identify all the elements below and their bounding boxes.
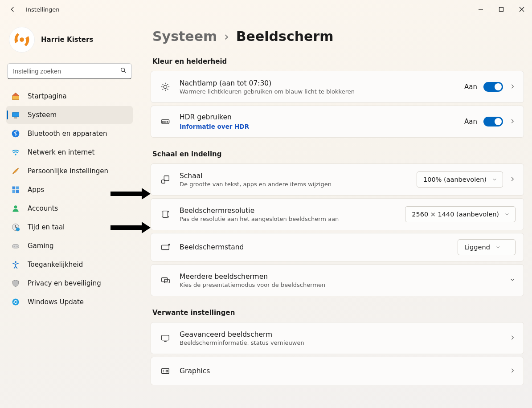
section-heading-related: Verwante instellingen bbox=[151, 306, 524, 322]
chevron-right-icon: › bbox=[224, 30, 229, 43]
profile-block[interactable]: Harrie Kisters bbox=[6, 22, 135, 61]
hdr-toggle[interactable] bbox=[483, 117, 503, 126]
svg-rect-8 bbox=[12, 187, 16, 190]
orientation-icon bbox=[159, 242, 172, 252]
breadcrumb-level2: Beeldscherm bbox=[236, 29, 334, 44]
search-input[interactable] bbox=[13, 68, 120, 75]
sidebar-item-systeem[interactable]: Systeem bbox=[6, 106, 133, 124]
row-subtitle: De grootte van tekst, apps en andere ite… bbox=[180, 181, 417, 188]
row-title: Meerdere beeldschermen bbox=[180, 273, 509, 281]
sidebar-item-label: Tijd en taal bbox=[28, 223, 65, 231]
sidebar-item-windows-update[interactable]: Windows Update bbox=[6, 293, 133, 311]
chevron-right-icon bbox=[509, 367, 516, 375]
sidebar-item-toegankelijkheid[interactable]: Toegankelijkheid bbox=[6, 256, 133, 273]
chevron-right-icon bbox=[509, 334, 516, 343]
card-graphics[interactable]: Graphics bbox=[151, 357, 524, 385]
card-orientatie[interactable]: Beeldschermstand Liggend bbox=[151, 233, 524, 261]
brush-icon bbox=[11, 166, 20, 176]
multi-display-icon bbox=[159, 275, 172, 285]
chevron-down-icon bbox=[492, 177, 497, 182]
card-resolutie[interactable]: Beeldschermresolutie Pas de resolutie aa… bbox=[151, 198, 524, 230]
bluetooth-icon bbox=[11, 129, 20, 139]
row-title: Beeldschermresolutie bbox=[180, 207, 405, 215]
sidebar-item-personalisatie[interactable]: Persoonlijke instellingen bbox=[6, 162, 133, 180]
window-maximize-button[interactable] bbox=[491, 1, 512, 17]
advanced-display-icon bbox=[159, 333, 172, 343]
chevron-right-icon bbox=[509, 83, 516, 91]
select-value: 2560 × 1440 (aanbevolen) bbox=[412, 211, 499, 218]
svg-point-18 bbox=[15, 261, 16, 263]
orientation-select[interactable]: Liggend bbox=[458, 239, 516, 255]
chevron-down-icon bbox=[509, 276, 516, 285]
apps-icon bbox=[11, 185, 20, 195]
sidebar-item-netwerk[interactable]: Netwerk en internet bbox=[6, 143, 133, 161]
nightlight-toggle[interactable] bbox=[483, 82, 503, 92]
sidebar-item-bluetooth[interactable]: Bluetooth en apparaten bbox=[6, 125, 133, 143]
card-nightlight[interactable]: Nachtlamp (aan tot 07:30) Warmere lichtk… bbox=[151, 71, 524, 103]
row-subtitle: Kies de presentatiemodus voor de beeldsc… bbox=[180, 282, 509, 288]
svg-point-17 bbox=[16, 246, 17, 247]
scale-icon bbox=[159, 175, 172, 184]
section-heading-scale: Schaal en indeling bbox=[151, 147, 524, 163]
accounts-icon bbox=[11, 204, 20, 213]
chevron-right-icon bbox=[509, 118, 516, 126]
sidebar-item-tijd-taal[interactable]: Tijd en taal bbox=[6, 218, 133, 236]
row-subtitle: Pas de resolutie aan het aangesloten bee… bbox=[180, 216, 405, 222]
svg-rect-9 bbox=[16, 187, 19, 190]
scale-select[interactable]: 100% (aanbevolen) bbox=[417, 171, 503, 188]
row-subtitle: Warmere lichtkleuren gebruiken om blauw … bbox=[180, 88, 464, 95]
card-geavanceerd-beeldscherm[interactable]: Geavanceerd beeldscherm Beeldscherminfor… bbox=[151, 322, 524, 354]
sidebar-item-label: Startpagina bbox=[28, 92, 67, 100]
avatar bbox=[9, 27, 35, 53]
svg-rect-5 bbox=[14, 118, 17, 118]
graphics-icon bbox=[159, 366, 172, 376]
wifi-icon bbox=[11, 147, 20, 157]
home-icon bbox=[11, 91, 20, 101]
breadcrumb: Systeem › Beeldscherm bbox=[151, 22, 524, 55]
search-box[interactable] bbox=[7, 63, 132, 79]
row-subtitle: Beeldscherminformatie, status vernieuwen bbox=[180, 339, 509, 346]
svg-rect-25 bbox=[163, 211, 168, 218]
row-title: HDR gebruiken bbox=[180, 113, 464, 121]
svg-rect-0 bbox=[499, 8, 503, 12]
toggle-status: Aan bbox=[464, 83, 477, 91]
svg-point-7 bbox=[15, 154, 16, 155]
sidebar-item-apps[interactable]: Apps bbox=[6, 181, 133, 199]
sidebar-item-label: Windows Update bbox=[28, 298, 84, 306]
svg-rect-26 bbox=[162, 245, 169, 249]
svg-rect-28 bbox=[164, 279, 169, 283]
nightlight-icon bbox=[159, 82, 172, 92]
svg-point-31 bbox=[166, 370, 168, 372]
card-schaal[interactable]: Schaal De grootte van tekst, apps en and… bbox=[151, 163, 524, 196]
breadcrumb-level1[interactable]: Systeem bbox=[152, 29, 217, 44]
resolution-select[interactable]: 2560 × 1440 (aanbevolen) bbox=[405, 206, 516, 222]
sidebar-item-label: Persoonlijke instellingen bbox=[28, 167, 108, 175]
card-hdr[interactable]: HDR HDR gebruiken Informatie over HDR Aa… bbox=[151, 106, 524, 138]
sidebar-item-label: Privacy en beveiliging bbox=[28, 279, 101, 287]
sidebar-item-label: Netwerk en internet bbox=[28, 148, 94, 156]
window-minimize-button[interactable] bbox=[471, 1, 491, 17]
sidebar-item-privacy[interactable]: Privacy en beveiliging bbox=[6, 274, 133, 292]
sidebar-item-label: Systeem bbox=[28, 111, 57, 119]
row-title: Beeldschermstand bbox=[180, 243, 458, 251]
profile-name: Harrie Kisters bbox=[41, 36, 93, 44]
back-button[interactable] bbox=[4, 1, 21, 17]
svg-rect-15 bbox=[12, 245, 19, 248]
hdr-info-link[interactable]: Informatie over HDR bbox=[180, 123, 464, 130]
sidebar-item-label: Toegankelijkheid bbox=[28, 261, 83, 269]
resolution-icon bbox=[159, 209, 172, 219]
svg-point-12 bbox=[14, 205, 17, 208]
sidebar-item-gaming[interactable]: Gaming bbox=[6, 237, 133, 255]
window-close-button[interactable] bbox=[512, 1, 532, 17]
card-meerdere-beeldschermen[interactable]: Meerdere beeldschermen Kies de presentat… bbox=[151, 264, 524, 296]
svg-rect-29 bbox=[162, 335, 169, 340]
select-value: 100% (aanbevolen) bbox=[423, 176, 487, 183]
time-language-icon bbox=[11, 222, 20, 232]
shield-icon bbox=[11, 278, 20, 288]
svg-rect-11 bbox=[16, 190, 19, 193]
chevron-down-icon bbox=[495, 245, 501, 250]
svg-rect-4 bbox=[12, 112, 19, 117]
sidebar-item-startpagina[interactable]: Startpagina bbox=[6, 87, 133, 105]
svg-point-14 bbox=[16, 228, 20, 231]
sidebar-item-accounts[interactable]: Accounts bbox=[6, 200, 133, 217]
